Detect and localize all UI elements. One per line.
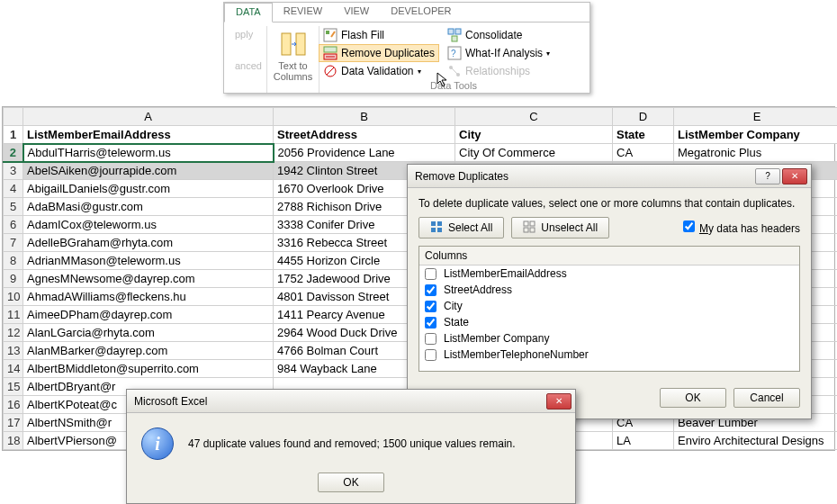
msgbox-close-button[interactable]: ✕	[546, 393, 572, 410]
column-list-item[interactable]: ListMemberEmailAddress	[419, 266, 799, 282]
remove-duplicates-button[interactable]: Remove Duplicates	[320, 45, 438, 61]
cell[interactable]: City Of Commerce	[455, 144, 613, 162]
column-list-item[interactable]: State	[419, 314, 799, 330]
cell[interactable]: AdaBMasi@gustr.com	[23, 198, 274, 216]
cell[interactable]: 2056 Providence Lane	[274, 144, 455, 162]
cell[interactable]: AbelSAiken@jourrapide.com	[23, 162, 274, 180]
row-header[interactable]: 6	[4, 216, 23, 234]
header-cell[interactable]: ListMemberEmailAddress	[23, 126, 274, 144]
column-header[interactable]	[4, 108, 23, 126]
header-cell[interactable]: City	[455, 126, 613, 144]
consolidate-button[interactable]: Consolidate	[444, 27, 554, 43]
cell[interactable]: AbdulTHarris@teleworm.us	[23, 144, 274, 162]
cell[interactable]: AbigailLDaniels@gustr.com	[23, 180, 274, 198]
column-list-item[interactable]: StreetAddress	[419, 282, 799, 298]
svg-rect-23	[530, 221, 535, 226]
columns-listbox[interactable]: Columns ListMemberEmailAddressStreetAddr…	[418, 246, 800, 372]
cell[interactable]: Megatronic Plus	[674, 144, 838, 162]
row-header[interactable]: 1	[4, 126, 23, 144]
column-checkbox[interactable]	[425, 301, 436, 312]
cell[interactable]: AlanMBarker@dayrep.com	[23, 342, 274, 360]
cell[interactable]: LA	[613, 432, 674, 450]
cell[interactable]: AlbertBMiddleton@superrito.com	[23, 360, 274, 378]
cancel-button[interactable]: Cancel	[734, 388, 800, 408]
text-to-columns-label: Text to Columns	[274, 60, 312, 82]
header-cell[interactable]: ListMember Company	[674, 126, 838, 144]
column-checkbox[interactable]	[425, 284, 436, 296]
svg-rect-10	[455, 29, 461, 34]
help-button[interactable]: ?	[755, 168, 780, 184]
row-header[interactable]: 11	[4, 306, 23, 324]
cell[interactable]: AdrianMMason@teleworm.us	[23, 252, 274, 270]
column-list-item[interactable]: ListMember Company	[419, 330, 799, 346]
ok-button[interactable]: OK	[660, 388, 726, 408]
row-header[interactable]: 2	[4, 144, 23, 162]
svg-rect-3	[326, 31, 329, 34]
dialog-titlebar[interactable]: Remove Duplicates ? ✕	[408, 165, 811, 188]
header-cell[interactable]: StreetAddress	[274, 126, 455, 144]
row-header[interactable]: 14	[4, 360, 23, 378]
cell[interactable]: CA	[613, 144, 674, 162]
data-validation-button[interactable]: Data Validation ▾	[320, 63, 438, 79]
column-header[interactable]: A	[23, 108, 274, 126]
ribbon: DATA REVIEW VIEW DEVELOPER pply anced Te…	[223, 2, 590, 94]
msgbox-ok-button[interactable]: OK	[318, 472, 384, 492]
column-checkbox[interactable]	[425, 317, 436, 328]
dialog-instructions: To delete duplicate values, select one o…	[418, 197, 800, 210]
column-checkbox[interactable]	[425, 349, 436, 361]
cell[interactable]: AlanLGarcia@rhyta.com	[23, 324, 274, 342]
tab-data[interactable]: DATA	[224, 3, 273, 22]
unselect-all-label: Unselect All	[541, 221, 598, 234]
close-button[interactable]: ✕	[782, 168, 807, 184]
row-header[interactable]: 3	[4, 162, 23, 180]
text-to-columns-button[interactable]: Text to Columns	[270, 28, 316, 84]
column-list-item[interactable]: ListMemberTelephoneNumber	[419, 346, 799, 363]
cell[interactable]: AhmadAWilliams@fleckens.hu	[23, 288, 274, 306]
columns-list-header: Columns	[419, 247, 799, 266]
cell[interactable]: AdamICox@teleworm.us	[23, 216, 274, 234]
svg-rect-0	[282, 33, 291, 55]
row-header[interactable]: 9	[4, 270, 23, 288]
column-header[interactable]: E	[674, 108, 838, 126]
cell[interactable]: AgnesMNewsome@dayrep.com	[23, 270, 274, 288]
row-header[interactable]: 15	[4, 378, 23, 396]
dialog-title: Remove Duplicates	[415, 170, 508, 183]
msgbox-titlebar[interactable]: Microsoft Excel ✕	[127, 390, 575, 413]
remove-duplicates-icon	[323, 46, 338, 60]
data-validation-icon	[323, 64, 338, 78]
select-all-button[interactable]: Select All	[418, 217, 504, 238]
ribbon-tabs: DATA REVIEW VIEW DEVELOPER	[224, 3, 590, 22]
row-header[interactable]: 16	[4, 396, 23, 414]
table-row: 2AbdulTHarris@teleworm.us2056 Providence…	[4, 144, 838, 162]
flash-fill-button[interactable]: Flash Fill	[320, 27, 438, 43]
column-label: ListMemberEmailAddress	[444, 267, 567, 280]
msgbox-title: Microsoft Excel	[134, 395, 207, 408]
cell[interactable]: AimeeDPham@dayrep.com	[23, 306, 274, 324]
tab-developer[interactable]: DEVELOPER	[380, 3, 462, 22]
row-header[interactable]: 18	[4, 432, 23, 450]
row-header[interactable]: 8	[4, 252, 23, 270]
svg-rect-18	[431, 228, 436, 232]
column-header[interactable]: C	[455, 108, 613, 126]
column-checkbox[interactable]	[425, 333, 436, 345]
row-header[interactable]: 5	[4, 198, 23, 216]
row-header[interactable]: 17	[4, 414, 23, 432]
row-header[interactable]: 10	[4, 288, 23, 306]
tab-view[interactable]: VIEW	[333, 3, 380, 22]
column-checkbox[interactable]	[425, 268, 436, 280]
column-list-item[interactable]: City	[419, 298, 799, 314]
column-header[interactable]: B	[274, 108, 455, 126]
headers-checkbox-label[interactable]: My data has headers	[683, 220, 800, 235]
unselect-all-button[interactable]: Unselect All	[511, 217, 609, 238]
cell[interactable]: AdelleBGraham@rhyta.com	[23, 234, 274, 252]
row-header[interactable]: 4	[4, 180, 23, 198]
headers-checkbox[interactable]	[683, 220, 695, 232]
tab-review[interactable]: REVIEW	[273, 3, 333, 22]
header-cell[interactable]: State	[613, 126, 674, 144]
what-if-button[interactable]: ? What-If Analysis ▾	[444, 45, 554, 61]
row-header[interactable]: 12	[4, 324, 23, 342]
cell[interactable]: Enviro Architectural Designs	[674, 432, 838, 450]
row-header[interactable]: 13	[4, 342, 23, 360]
row-header[interactable]: 7	[4, 234, 23, 252]
column-header[interactable]: D	[613, 108, 674, 126]
